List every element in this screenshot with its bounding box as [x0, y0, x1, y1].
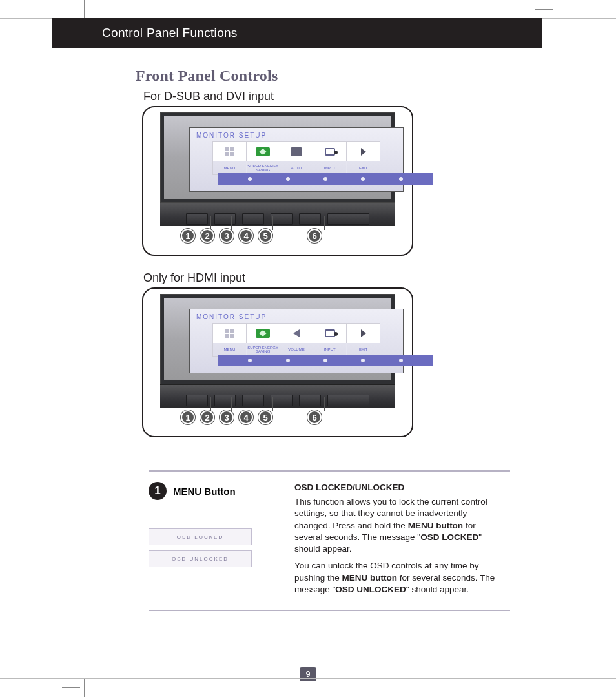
divider: [149, 470, 510, 472]
crop-mark-top: [0, 0, 616, 18]
item-heading: OSD LOCKED/UNLOCKED: [294, 482, 497, 494]
panel2-caption: Only for HDMI input: [143, 271, 497, 285]
callout-4: 4: [239, 410, 253, 424]
panel1-illustration: MONITOR SETUP MENU SUPER ENERGY SAVING A…: [142, 106, 413, 256]
button-chin: [160, 384, 395, 408]
item-number-badge: 1: [149, 482, 167, 500]
button-chin: [160, 203, 395, 226]
section-header: Control Panel Functions: [52, 18, 542, 48]
callout-1: 1: [181, 229, 195, 243]
osd-label: EXIT: [347, 343, 380, 356]
callout-4: 4: [239, 229, 253, 243]
osd-icon-row: [212, 141, 380, 161]
osd-label: EXIT: [347, 161, 380, 174]
eco-icon: [247, 142, 280, 161]
input-icon: [313, 324, 347, 343]
callout-2: 2: [200, 410, 214, 424]
auto-icon: [280, 142, 314, 161]
grid-icon: [213, 142, 247, 161]
panel1-caption: For D-SUB and DVI input: [143, 90, 497, 103]
exit-icon: [347, 324, 380, 343]
item-paragraph-2: You can unlock the OSD controls at any t…: [294, 560, 497, 596]
led-strip: [218, 355, 433, 366]
callout-6: 6: [307, 229, 322, 243]
callout-2: 2: [200, 229, 214, 243]
osd-label: VOLUME: [280, 343, 314, 356]
callout-5: 5: [258, 410, 272, 424]
osd-locked-box: OSD LOCKED: [149, 528, 252, 545]
osd-label: AUTO: [280, 161, 314, 174]
osd-unlocked-box: OSD UNLOCKED: [149, 550, 252, 567]
page-title: Front Panel Controls: [136, 67, 497, 85]
item-1: 1 MENU Button OSD LOCKED OSD UNLOCKED OS…: [149, 482, 497, 601]
exit-icon: [347, 142, 380, 161]
crop-mark-bottom: [0, 679, 616, 697]
osd-label: MENU: [213, 343, 247, 356]
osd-title: MONITOR SETUP: [190, 128, 403, 139]
panel2-illustration: MONITOR SETUP MENU SUPER ENERGY SAVING V…: [142, 287, 413, 437]
callout-row: 1 2 3 4 5 6: [181, 410, 322, 424]
osd-label: MENU: [213, 161, 247, 174]
volume-icon: [280, 324, 314, 343]
osd-label: SUPER ENERGY SAVING: [247, 343, 280, 356]
osd-title: MONITOR SETUP: [190, 309, 403, 320]
osd-label: INPUT: [313, 161, 347, 174]
callout-row: 1 2 3 4 5 6: [181, 229, 322, 243]
section-header-text: Control Panel Functions: [102, 26, 238, 40]
osd-label: INPUT: [313, 343, 347, 356]
led-strip: [218, 173, 433, 185]
grid-icon: [213, 324, 247, 343]
eco-icon: [247, 324, 280, 343]
input-icon: [313, 142, 347, 161]
item-title: MENU Button: [173, 486, 236, 497]
callout-6: 6: [307, 410, 322, 424]
item-paragraph-1: This function allows you to lock the cur…: [294, 496, 497, 555]
callout-5: 5: [258, 229, 272, 243]
osd-label: SUPER ENERGY SAVING: [247, 161, 280, 174]
callout-3: 3: [220, 410, 234, 424]
divider: [149, 610, 510, 611]
osd-icon-row: [212, 323, 380, 343]
callout-3: 3: [220, 229, 234, 243]
callout-1: 1: [181, 410, 195, 424]
